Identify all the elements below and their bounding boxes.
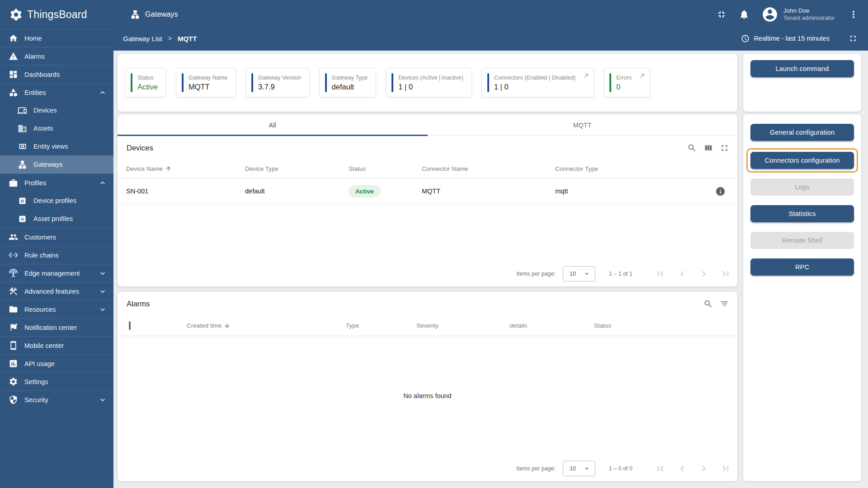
last-page-icon[interactable] bbox=[720, 268, 731, 279]
devices-table-header: Device NameDevice TypeStatusConnector Na… bbox=[118, 160, 737, 178]
entities-icon bbox=[9, 88, 18, 97]
collapse-icon[interactable] bbox=[716, 9, 727, 20]
sidebar-item-security[interactable]: Security bbox=[0, 390, 113, 408]
select-all-checkbox[interactable] bbox=[129, 321, 131, 330]
sidebar-item-advanced-features[interactable]: Advanced features bbox=[0, 282, 113, 300]
sidebar-item-label: Assets bbox=[33, 125, 53, 132]
remote-shell-button[interactable]: Remote Shell bbox=[750, 232, 854, 249]
column-label: Connector Type bbox=[555, 165, 598, 172]
connectors-configuration-button[interactable]: Connectors configuration bbox=[750, 152, 854, 169]
previous-page-icon[interactable] bbox=[677, 268, 688, 279]
last-page-icon bbox=[720, 268, 731, 279]
sidebar-item-label: Gateways bbox=[33, 161, 62, 168]
column-header-device-name[interactable]: Device Name bbox=[126, 165, 245, 172]
launch-command-card: Launch command bbox=[743, 54, 861, 112]
sidebar-item-assets[interactable]: Assets bbox=[0, 119, 113, 137]
alarms-range-label: 1 – 0 of 0 bbox=[609, 465, 632, 472]
alarms-header: Alarms bbox=[118, 292, 737, 315]
breadcrumb-parent[interactable]: Gateway List bbox=[123, 35, 162, 42]
sidebar-item-dashboards[interactable]: Dashboards bbox=[0, 65, 113, 83]
sidebar-nav: HomeAlarmsDashboardsEntitiesDevicesAsset… bbox=[0, 29, 113, 488]
previous-page-icon bbox=[677, 268, 688, 279]
security-icon bbox=[9, 395, 18, 404]
column-header-connector-name[interactable]: Connector Name bbox=[422, 165, 555, 172]
column-header-device-type[interactable]: Device Type bbox=[245, 165, 349, 172]
user-block[interactable]: John Doe Tenant administrator bbox=[783, 7, 835, 22]
chevron-down-icon bbox=[98, 305, 107, 314]
api-usage-icon bbox=[9, 359, 18, 368]
sidebar-item-edge-management[interactable]: Edge management bbox=[0, 264, 113, 282]
sidebar-item-entities[interactable]: Entities bbox=[0, 83, 113, 101]
avatar[interactable] bbox=[761, 6, 778, 23]
sidebar-item-asset-profiles[interactable]: AAsset profiles bbox=[0, 210, 113, 228]
gateways-icon bbox=[18, 160, 27, 169]
sidebar-item-notification-center[interactable]: Notification center bbox=[0, 318, 113, 336]
column-header-details[interactable]: details bbox=[509, 322, 594, 329]
previous-page-icon[interactable] bbox=[677, 463, 688, 474]
sort-asc-icon bbox=[165, 165, 172, 172]
last-page-icon bbox=[720, 463, 731, 474]
sidebar: ThingsBoard HomeAlarmsDashboardsEntities… bbox=[0, 0, 113, 488]
next-page-icon[interactable] bbox=[698, 463, 709, 474]
column-label: Status bbox=[594, 322, 611, 329]
fullscreen-icon[interactable] bbox=[720, 143, 729, 153]
sidebar-item-home[interactable]: Home bbox=[0, 29, 113, 47]
devices-table-body: SN-001defaultActiveMQTTmqtt bbox=[118, 178, 737, 204]
kebab-menu-icon[interactable] bbox=[848, 9, 859, 20]
sidebar-item-label: Device profiles bbox=[33, 197, 76, 204]
sidebar-item-settings[interactable]: Settings bbox=[0, 372, 113, 390]
breadcrumb-bar: Gateway List > MQTT Realtime - last 15 m… bbox=[113, 29, 868, 51]
tab-all[interactable]: All bbox=[118, 114, 428, 136]
sidebar-item-entity-views[interactable]: Entity views bbox=[0, 137, 113, 155]
next-page-icon[interactable] bbox=[698, 268, 709, 279]
last-page-icon[interactable] bbox=[720, 463, 731, 474]
sidebar-item-mobile-center[interactable]: Mobile center bbox=[0, 336, 113, 354]
sidebar-item-gateways[interactable]: Gateways bbox=[0, 155, 113, 174]
first-page-icon[interactable] bbox=[655, 463, 666, 474]
sidebar-item-devices[interactable]: Devices bbox=[0, 101, 113, 119]
first-page-icon[interactable] bbox=[655, 268, 666, 279]
sidebar-item-label: Settings bbox=[24, 378, 48, 385]
columns-icon[interactable] bbox=[703, 143, 713, 153]
tab-mqtt[interactable]: MQTT bbox=[428, 114, 738, 136]
dropdown-arrow-icon bbox=[583, 465, 591, 473]
stat-value: Active bbox=[137, 83, 158, 91]
sidebar-item-alarms[interactable]: Alarms bbox=[0, 47, 113, 65]
rpc-button[interactable]: RPC bbox=[750, 258, 854, 276]
customers-icon bbox=[9, 232, 18, 242]
device-table-row[interactable]: SN-001defaultActiveMQTTmqtt bbox=[118, 178, 737, 204]
general-configuration-button[interactable]: General configuration bbox=[750, 124, 854, 141]
column-header-connector-type[interactable]: Connector Type bbox=[555, 165, 709, 172]
column-header-status[interactable]: Status bbox=[594, 322, 731, 329]
sidebar-item-device-profiles[interactable]: DDevice profiles bbox=[0, 192, 113, 210]
stat-card-gateway-type: Gateway Typedefault bbox=[319, 68, 377, 98]
brand-logo-row[interactable]: ThingsBoard bbox=[0, 0, 113, 29]
alarms-icon bbox=[9, 52, 18, 61]
devices-page-size-select[interactable]: 10 bbox=[563, 266, 595, 282]
sidebar-item-api-usage[interactable]: API usage bbox=[0, 354, 113, 372]
tab-mqtt-label: MQTT bbox=[573, 122, 592, 129]
logs-button[interactable]: Logs bbox=[750, 178, 854, 196]
sidebar-item-rule-chains[interactable]: Rule chains bbox=[0, 246, 113, 264]
filter-icon[interactable] bbox=[720, 299, 729, 309]
timewindow-button[interactable]: Realtime - last 15 minutes bbox=[741, 34, 830, 43]
notifications-bell-icon[interactable] bbox=[739, 9, 750, 20]
launch-command-button[interactable]: Launch command bbox=[750, 60, 854, 77]
search-icon[interactable] bbox=[687, 143, 697, 153]
column-header-status[interactable]: Status bbox=[349, 165, 422, 172]
alarms-page-size-select[interactable]: 10 bbox=[563, 461, 595, 476]
sidebar-item-resources[interactable]: Resources bbox=[0, 300, 113, 318]
sidebar-item-label: Entities bbox=[24, 89, 46, 96]
column-header-severity[interactable]: Severity bbox=[416, 322, 509, 329]
alarms-empty-state: No alarms found bbox=[118, 336, 737, 455]
sidebar-item-profiles[interactable]: Profiles bbox=[0, 174, 113, 192]
search-icon[interactable] bbox=[703, 299, 713, 309]
column-header-type[interactable]: Type bbox=[346, 322, 416, 329]
sidebar-item-customers[interactable]: Customers bbox=[0, 228, 113, 246]
statistics-button[interactable]: Statistics bbox=[750, 205, 854, 222]
info-icon[interactable] bbox=[715, 186, 726, 197]
fullscreen-icon[interactable] bbox=[849, 34, 858, 43]
devices-title: Devices bbox=[127, 144, 153, 152]
column-header-created-time[interactable]: Created time bbox=[187, 322, 346, 329]
chevron-down-icon bbox=[98, 287, 107, 296]
